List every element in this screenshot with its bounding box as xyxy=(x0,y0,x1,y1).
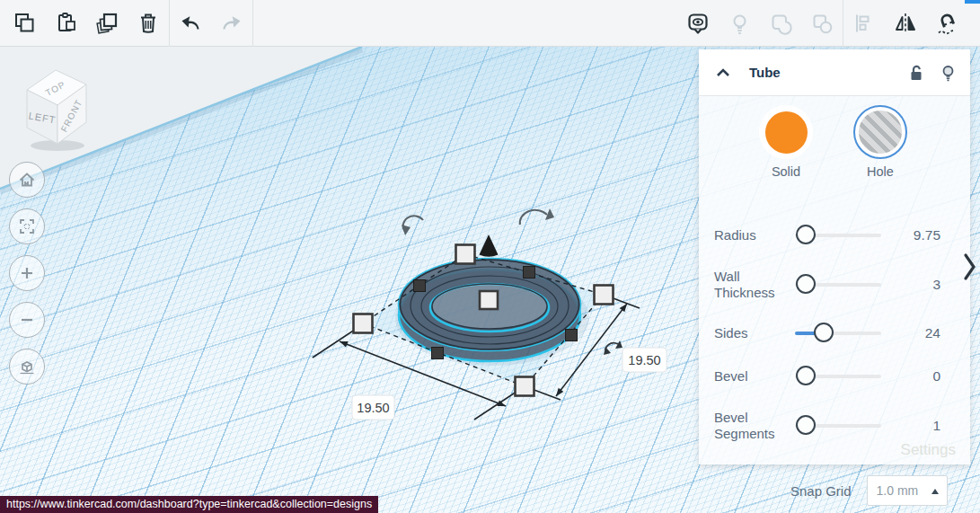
snap-grid-value: 1.0 mm xyxy=(877,483,919,498)
toolbar-separator xyxy=(252,0,253,47)
mirror-icon xyxy=(893,11,918,36)
home-view-button[interactable] xyxy=(9,162,45,198)
dimension-depth-label[interactable]: 19.50 xyxy=(622,348,667,372)
shape-inspector-panel: Tube Solid Hole xyxy=(699,49,970,464)
duplicate-button[interactable] xyxy=(86,0,128,47)
solid-label: Solid xyxy=(754,164,818,179)
group-icon xyxy=(768,11,793,36)
redo-button[interactable] xyxy=(211,0,252,47)
copy-button[interactable] xyxy=(4,0,45,47)
prop-value: 1 xyxy=(885,418,940,434)
rotate-handle-small[interactable] xyxy=(604,341,622,355)
shape-title: Tube xyxy=(749,65,781,80)
show-all-eye-icon xyxy=(685,11,711,36)
prop-value: 3 xyxy=(885,277,940,293)
slider-handle[interactable] xyxy=(796,274,816,294)
panel-expand-handle[interactable] xyxy=(963,252,977,285)
snap-grid-dropdown[interactable]: 1.0 mm xyxy=(867,475,948,506)
dim-arrowhead xyxy=(340,341,349,348)
perspective-cube-icon xyxy=(16,356,38,377)
hole-mode-option[interactable]: Hole xyxy=(848,105,913,179)
group-button[interactable] xyxy=(760,0,801,47)
trash-icon xyxy=(136,11,161,36)
slider-handle[interactable] xyxy=(796,225,816,244)
hole-label: Hole xyxy=(848,164,913,179)
browser-artifact xyxy=(965,0,980,4)
solid-mode-option[interactable]: Solid xyxy=(754,105,818,179)
prop-label: Wall Thickness xyxy=(714,269,795,301)
sides-slider[interactable] xyxy=(795,323,885,344)
property-row-sides: Sides 24 xyxy=(714,315,940,351)
dropdown-up-arrow-icon xyxy=(931,489,939,494)
top-toolbar xyxy=(0,0,980,47)
rotate-handle-z[interactable] xyxy=(520,208,554,225)
svg-text:19.50: 19.50 xyxy=(357,401,389,415)
collapse-chevron-icon[interactable] xyxy=(713,63,733,83)
light-bulb-icon[interactable] xyxy=(939,64,958,83)
prop-label: Sides xyxy=(714,325,795,341)
ungroup-icon xyxy=(809,11,834,36)
bevel-segments-slider[interactable] xyxy=(795,415,885,437)
hole-swatch xyxy=(859,111,902,154)
view-cube[interactable]: TOP LEFT FRONT xyxy=(11,56,106,155)
chevron-right-icon xyxy=(963,252,977,281)
snap-grid-label: Snap Grid xyxy=(790,483,852,499)
light-bulb-icon xyxy=(728,12,752,36)
duplicate-icon xyxy=(94,11,119,36)
radius-slider[interactable] xyxy=(795,225,885,246)
svg-text:19.50: 19.50 xyxy=(628,353,660,367)
height-handle-cone[interactable] xyxy=(480,234,499,257)
slider-handle[interactable] xyxy=(796,415,816,435)
dim-arrowhead xyxy=(620,304,627,312)
align-icon xyxy=(852,12,876,35)
snap-magnet-button[interactable] xyxy=(926,0,967,47)
paste-button[interactable] xyxy=(45,0,86,47)
inspector-header: Tube xyxy=(699,49,970,96)
minus-icon xyxy=(16,309,38,331)
zoom-in-button[interactable] xyxy=(9,255,45,291)
snap-grid-control: Snap Grid 1.0 mm xyxy=(790,474,970,507)
prop-label: Radius xyxy=(714,227,795,243)
paste-icon xyxy=(54,11,78,35)
show-all-button[interactable] xyxy=(677,0,719,47)
dim-arrowhead xyxy=(556,388,563,396)
light-toggle-button[interactable] xyxy=(719,0,760,47)
unlock-icon[interactable] xyxy=(907,64,926,83)
bevel-slider[interactable] xyxy=(795,366,885,387)
redo-icon xyxy=(219,11,244,36)
magnet-icon xyxy=(933,10,960,37)
property-row-radius: Radius 9.75 xyxy=(714,217,940,253)
plus-icon xyxy=(16,262,38,284)
fit-view-icon xyxy=(16,216,38,237)
prop-value: 9.75 xyxy=(885,227,940,243)
zoom-out-button[interactable] xyxy=(9,302,45,338)
fit-view-button[interactable] xyxy=(9,208,45,244)
settings-link[interactable]: Settings xyxy=(901,441,956,459)
mirror-button[interactable] xyxy=(885,0,926,47)
prop-value: 24 xyxy=(885,325,940,341)
align-button[interactable] xyxy=(843,0,885,47)
slider-handle[interactable] xyxy=(796,366,816,385)
prop-label: Bevel xyxy=(714,368,795,385)
property-row-wall-thickness: Wall Thickness 3 xyxy=(714,261,940,308)
copy-icon xyxy=(13,11,37,35)
property-row-bevel: Bevel 0 xyxy=(714,358,940,394)
delete-button[interactable] xyxy=(128,0,169,47)
dimension-width-label[interactable]: 19.50 xyxy=(352,395,394,420)
ungroup-button[interactable] xyxy=(801,0,843,47)
browser-status-url: https://www.tinkercad.com/dashboard?type… xyxy=(0,496,378,513)
solid-swatch xyxy=(765,111,808,154)
undo-icon xyxy=(178,11,203,36)
rotate-handle-xy[interactable] xyxy=(402,216,423,235)
slider-handle[interactable] xyxy=(814,323,834,342)
center-handle xyxy=(480,291,498,309)
viewport-nav xyxy=(9,162,45,385)
perspective-toggle-button[interactable] xyxy=(9,349,45,385)
undo-button[interactable] xyxy=(170,0,211,47)
tinkercad-editor: 19.50 19.50 TOP LEFT FRONT xyxy=(0,0,980,513)
prop-value: 0 xyxy=(885,368,940,385)
prop-label: Bevel Segments xyxy=(714,410,795,442)
home-icon xyxy=(16,169,38,190)
wall-thickness-slider[interactable] xyxy=(795,274,885,296)
